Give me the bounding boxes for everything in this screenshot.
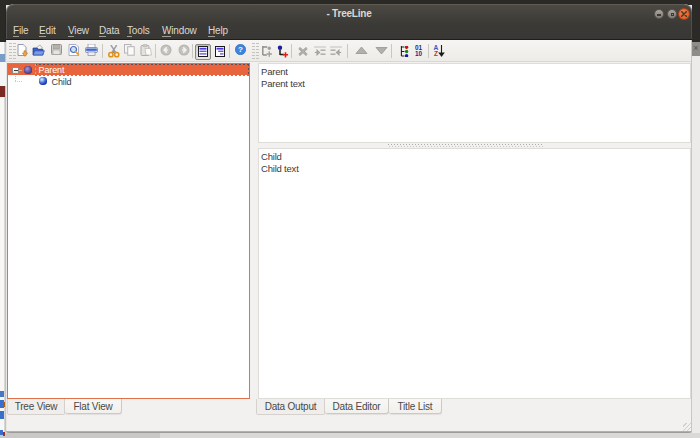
- svg-text:10: 10: [415, 50, 423, 57]
- svg-text:Z: Z: [434, 50, 438, 57]
- svg-text:?: ?: [238, 45, 243, 54]
